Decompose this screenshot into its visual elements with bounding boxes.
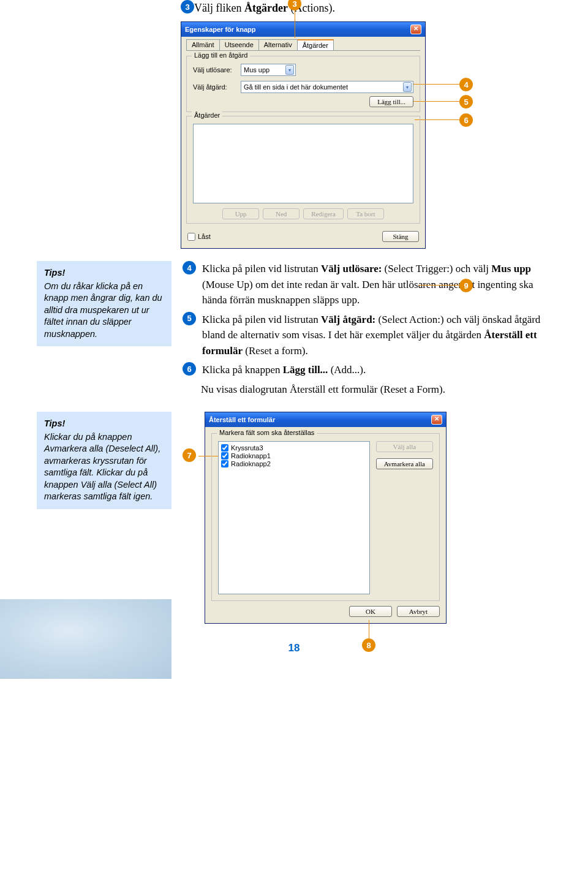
cancel-button[interactable]: Avbryt bbox=[397, 606, 440, 617]
callout-5: 5 bbox=[459, 95, 473, 108]
tab-general[interactable]: Allmänt bbox=[186, 39, 220, 50]
up-button: Upp bbox=[222, 208, 259, 219]
callout-6: 6 bbox=[459, 113, 473, 127]
list-item[interactable]: Kryssruta3 bbox=[221, 444, 367, 452]
step-6-text: Klicka på knappen Lägg till... (Add...). bbox=[202, 362, 366, 378]
add-button[interactable]: Lägg till... bbox=[369, 96, 413, 107]
step-3-text: Välj fliken Åtgärder (Actions). bbox=[194, 0, 335, 17]
button-properties-dialog: Egenskaper för knapp ✕ Allmänt Utseende … bbox=[181, 21, 426, 249]
fields-list[interactable]: Kryssruta3 Radioknapp1 Radioknapp2 bbox=[218, 441, 370, 594]
tab-options[interactable]: Alternativ bbox=[258, 39, 298, 50]
trigger-label: Välj utlösare: bbox=[193, 66, 236, 74]
tips-box-1: Tips! Om du råkar klicka på en knapp men… bbox=[37, 261, 172, 346]
chevron-down-icon: ▾ bbox=[285, 65, 294, 75]
deselect-all-button[interactable]: Avmarkera alla bbox=[376, 458, 433, 469]
dialog1-wrap: 3 4 5 6 9 Egenskaper för knapp ✕ Allmänt… bbox=[181, 21, 426, 249]
close-button[interactable]: Stäng bbox=[382, 231, 419, 242]
step-6-num: 6 bbox=[183, 362, 196, 376]
locked-checkbox[interactable]: Låst bbox=[187, 233, 211, 241]
add-action-group: Lägg till en åtgärd Välj utlösare: Mus u… bbox=[186, 56, 420, 112]
callout-4: 4 bbox=[459, 78, 473, 91]
tab-actions[interactable]: Åtgärder bbox=[297, 39, 334, 50]
down-button: Ned bbox=[263, 208, 300, 219]
action-select[interactable]: Gå till en sida i det här dokumentet▾ bbox=[241, 81, 413, 93]
page-number: 18 bbox=[37, 642, 551, 654]
step-5-text: Klicka på pilen vid listrutan Välj åtgär… bbox=[202, 312, 551, 359]
dialog2-group-title: Markera fält som ska återställas bbox=[217, 429, 317, 436]
select-all-button: Välj alla bbox=[376, 441, 433, 452]
callout-7: 7 bbox=[183, 448, 196, 462]
step-3-num: 3 bbox=[181, 0, 194, 13]
step-5-num: 5 bbox=[183, 312, 196, 325]
delete-button: Ta bort bbox=[347, 208, 384, 219]
close-icon[interactable]: ✕ bbox=[410, 25, 421, 34]
chevron-down-icon: ▾ bbox=[403, 82, 412, 92]
step-4-num: 4 bbox=[183, 261, 196, 274]
dialog2-title: Återställ ett formulär bbox=[209, 416, 275, 423]
list-item[interactable]: Radioknapp1 bbox=[221, 452, 367, 460]
edit-button: Redigera bbox=[303, 208, 344, 219]
step-4-text: Klicka på pilen vid listrutan Välj utlös… bbox=[202, 261, 551, 308]
actions-list[interactable] bbox=[193, 124, 413, 203]
tab-appearance[interactable]: Utseende bbox=[219, 39, 259, 50]
ok-button[interactable]: OK bbox=[349, 606, 392, 617]
callout-9: 9 bbox=[459, 279, 473, 292]
tips-box-2: Tips! Klickar du på knappen Avmarkera al… bbox=[37, 412, 172, 509]
callout-8: 8 bbox=[362, 638, 375, 652]
reset-form-dialog: Återställ ett formulär ✕ Markera fält so… bbox=[205, 412, 447, 624]
dialog1-tabs: Allmänt Utseende Alternativ Åtgärder bbox=[186, 39, 420, 51]
group-add-action-title: Lägg till en åtgärd bbox=[192, 51, 250, 59]
trigger-select[interactable]: Mus upp▾ bbox=[241, 64, 296, 76]
actions-group: Åtgärder Upp Ned Redigera Ta bort bbox=[186, 116, 420, 224]
dialog1-title: Egenskaper för knapp bbox=[185, 26, 256, 33]
group-actions-title: Åtgärder bbox=[192, 112, 222, 119]
list-item[interactable]: Radioknapp2 bbox=[221, 460, 367, 467]
follow-text: Nu visas dialogrutan Återställ ett formu… bbox=[201, 382, 551, 398]
close-icon[interactable]: ✕ bbox=[431, 415, 442, 425]
action-label: Välj åtgärd: bbox=[193, 83, 236, 91]
